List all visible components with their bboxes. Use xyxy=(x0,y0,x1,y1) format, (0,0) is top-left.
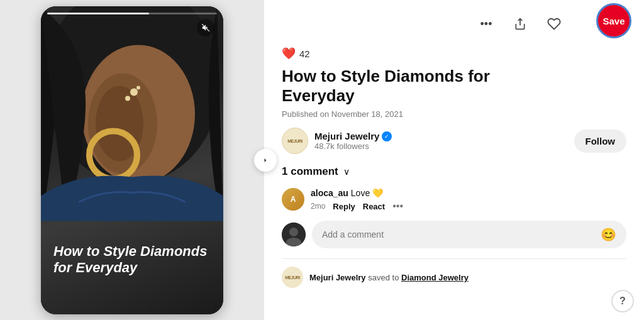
story-progress xyxy=(47,13,217,14)
comments-count-label: 1 comment xyxy=(282,165,338,178)
mute-icon xyxy=(201,23,210,32)
comment-more-button[interactable]: ••• xyxy=(392,201,403,212)
saved-row: MEJURI Mejuri Jewelry saved to Diamond J… xyxy=(282,267,626,288)
saved-avatar-initials: MEJURI xyxy=(285,275,299,280)
add-comment-row: Add a comment 😊 xyxy=(282,221,626,248)
comment-time: 2mo xyxy=(311,202,325,211)
next-button[interactable] xyxy=(254,149,277,172)
card-title: How to Style Diamonds for Everyday xyxy=(53,243,211,277)
progress-fill xyxy=(47,13,149,14)
comment-item: A aloca_au Love 💛 2mo Reply React ••• xyxy=(282,188,626,212)
comment-input-container[interactable]: Add a comment 😊 xyxy=(312,221,626,248)
saved-by-name: Mejuri Jewelry xyxy=(309,273,366,282)
author-info: MEJURI Mejuri Jewelry ✓ 48.7k followers xyxy=(282,128,392,154)
ellipsis-icon: ••• xyxy=(480,18,492,31)
heart-filled-icon: ❤️ xyxy=(282,47,296,60)
comment-body: aloca_au Love 💛 2mo Reply React ••• xyxy=(311,188,626,212)
author-row: MEJURI Mejuri Jewelry ✓ 48.7k followers … xyxy=(282,128,626,154)
pin-title-line2: Everyday xyxy=(282,86,355,105)
author-initials: MEJURI xyxy=(287,139,302,143)
comments-chevron-icon[interactable]: ∨ xyxy=(343,167,350,177)
pin-title-line1: How to Style Diamonds for xyxy=(282,67,490,86)
author-details: Mejuri Jewelry ✓ 48.7k followers xyxy=(314,131,392,151)
comment-text: aloca_au Love 💛 xyxy=(311,188,626,198)
save-wrapper: Save xyxy=(576,6,626,41)
phone-image: How to Style Diamonds for Everyday xyxy=(41,6,223,314)
comment-username: aloca_au xyxy=(311,188,348,198)
heart-button[interactable] xyxy=(542,12,566,36)
phone-card: How to Style Diamonds for Everyday xyxy=(41,6,223,314)
svg-point-7 xyxy=(125,96,130,101)
svg-point-8 xyxy=(136,86,140,89)
react-button[interactable]: React xyxy=(363,202,385,211)
card-text-overlay: How to Style Diamonds for Everyday xyxy=(53,243,211,277)
left-panel: How to Style Diamonds for Everyday xyxy=(0,0,264,320)
author-name-row: Mejuri Jewelry ✓ xyxy=(314,131,392,141)
saved-to-board[interactable]: Diamond Jewelry xyxy=(401,273,469,282)
more-options-button[interactable]: ••• xyxy=(474,12,498,36)
saved-by-avatar: MEJURI xyxy=(282,267,303,288)
add-comment-placeholder: Add a comment xyxy=(322,229,384,240)
author-avatar[interactable]: MEJURI xyxy=(282,128,308,154)
svg-point-6 xyxy=(130,88,138,96)
saved-by-label: saved to xyxy=(368,273,401,282)
saved-text: Mejuri Jewelry saved to Diamond Jewelry xyxy=(309,273,469,282)
current-user-avatar xyxy=(282,223,306,246)
likes-count: 42 xyxy=(299,48,310,59)
comment-message: Love 💛 xyxy=(351,188,383,198)
commenter-avatar[interactable]: A xyxy=(282,188,304,211)
publish-date: Published on November 18, 2021 xyxy=(282,109,626,119)
right-panel: ••• Save ❤️ 42 How to Style Diamonds for… xyxy=(264,0,644,320)
share-button[interactable] xyxy=(508,12,532,36)
divider xyxy=(282,258,626,259)
likes-row: ❤️ 42 xyxy=(282,47,626,60)
save-label: Save xyxy=(602,16,625,26)
emoji-button[interactable]: 😊 xyxy=(601,227,616,242)
heart-icon xyxy=(547,17,561,31)
comments-header: 1 comment ∨ xyxy=(282,165,626,178)
reply-button[interactable]: Reply xyxy=(333,202,355,211)
svg-point-11 xyxy=(289,228,298,236)
follow-button[interactable]: Follow xyxy=(574,130,627,153)
share-icon xyxy=(514,18,526,30)
pin-title: How to Style Diamonds for Everyday xyxy=(282,67,626,106)
ear-illustration xyxy=(41,6,223,222)
chevron-right-icon xyxy=(262,157,269,164)
help-button[interactable]: ? xyxy=(611,290,634,312)
user-avatar-img xyxy=(282,223,306,246)
followers-count: 48.7k followers xyxy=(314,141,392,151)
top-actions-bar: ••• Save xyxy=(282,0,626,47)
author-name: Mejuri Jewelry xyxy=(314,131,379,141)
save-button[interactable]: Save xyxy=(596,3,631,38)
comment-actions: 2mo Reply React ••• xyxy=(311,201,626,212)
mute-button[interactable] xyxy=(197,19,214,36)
verified-badge: ✓ xyxy=(382,131,392,141)
